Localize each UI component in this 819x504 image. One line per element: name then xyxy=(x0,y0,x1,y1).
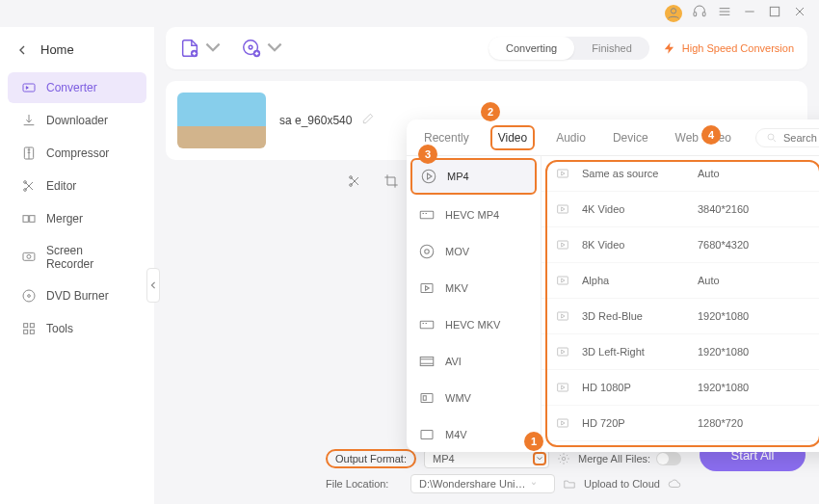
badge-4: 4 xyxy=(701,125,721,145)
edit-name-icon[interactable] xyxy=(361,112,375,129)
add-dvd-button[interactable] xyxy=(241,38,285,59)
format-search[interactable] xyxy=(755,128,819,147)
svg-rect-45 xyxy=(558,312,568,320)
sidebar-item-screen-recorder[interactable]: Screen Recorder xyxy=(8,236,146,279)
file-name: sa e_960x540 xyxy=(279,114,352,127)
svg-point-26 xyxy=(249,45,252,49)
resolution-item[interactable]: AlphaAuto xyxy=(542,263,819,299)
svg-rect-37 xyxy=(420,358,434,366)
search-input[interactable] xyxy=(783,132,819,144)
resolution-item[interactable]: HD 1080P1920*1080 xyxy=(542,370,819,406)
seg-finished[interactable]: Finished xyxy=(574,37,649,60)
svg-point-17 xyxy=(27,254,31,258)
resolution-item[interactable]: HD 720P1280*720 xyxy=(542,406,819,441)
svg-rect-47 xyxy=(558,384,568,391)
tab-audio[interactable]: Audio xyxy=(550,127,592,148)
svg-point-49 xyxy=(562,457,566,461)
svg-rect-23 xyxy=(30,330,34,333)
sidebar-item-editor[interactable]: Editor xyxy=(8,171,146,201)
sidebar-collapse-handle[interactable] xyxy=(146,268,160,303)
svg-rect-48 xyxy=(558,419,568,427)
svg-rect-21 xyxy=(30,324,34,328)
svg-rect-36 xyxy=(420,321,434,329)
svg-rect-2 xyxy=(702,13,705,16)
format-dropdown: Recently Video Audio Device Web Video MP… xyxy=(407,119,819,452)
svg-point-0 xyxy=(671,9,675,13)
merge-toggle[interactable] xyxy=(656,452,681,465)
resolution-item[interactable]: Same as sourceAuto xyxy=(542,156,819,192)
output-format-label: Output Format: xyxy=(326,449,416,468)
svg-rect-32 xyxy=(420,211,434,219)
avatar[interactable] xyxy=(665,5,682,22)
svg-point-30 xyxy=(768,134,774,140)
toolbar: Converting Finished High Speed Conversio… xyxy=(166,27,807,69)
svg-rect-15 xyxy=(30,216,35,223)
badge-1: 1 xyxy=(524,432,543,451)
tab-video[interactable]: Video xyxy=(490,125,535,150)
close-icon[interactable] xyxy=(792,4,807,23)
folder-icon[interactable] xyxy=(563,477,576,491)
svg-point-33 xyxy=(420,245,434,258)
crop-icon[interactable] xyxy=(383,173,399,193)
sidebar-item-converter[interactable]: Converter xyxy=(8,72,146,103)
svg-rect-14 xyxy=(23,216,28,223)
merge-label: Merge All Files: xyxy=(578,453,650,464)
svg-rect-20 xyxy=(24,324,28,328)
svg-rect-39 xyxy=(423,396,426,401)
minimize-icon[interactable] xyxy=(742,4,757,23)
svg-rect-43 xyxy=(558,241,568,249)
svg-point-34 xyxy=(425,250,430,254)
thumbnail[interactable] xyxy=(177,93,266,148)
home-label: Home xyxy=(40,42,74,57)
file-location-label: File Location: xyxy=(326,478,403,490)
resolution-item[interactable]: 8K Video7680*4320 xyxy=(542,227,819,263)
format-m4v[interactable]: M4V xyxy=(407,416,541,452)
home-link[interactable]: Home xyxy=(0,35,154,65)
menu-icon[interactable] xyxy=(717,4,732,23)
resolution-list: Same as sourceAuto4K Video3840*21608K Vi… xyxy=(542,156,819,452)
svg-rect-41 xyxy=(558,170,568,177)
resolution-item[interactable]: 3D Left-Right1920*1080 xyxy=(542,334,819,370)
headset-icon[interactable] xyxy=(692,4,707,23)
seg-converting[interactable]: Converting xyxy=(489,37,574,60)
segment-control: Converting Finished xyxy=(489,37,649,60)
sidebar-item-tools[interactable]: Tools xyxy=(8,313,146,344)
format-hevc-mkv[interactable]: HEVC MKV xyxy=(407,306,541,343)
sidebar: Home Converter Downloader Compressor Edi… xyxy=(0,27,154,504)
format-hevc-mp4[interactable]: HEVC MP4 xyxy=(407,197,541,233)
format-avi[interactable]: AVI xyxy=(407,343,541,380)
svg-point-31 xyxy=(422,170,436,183)
format-mkv[interactable]: MKV xyxy=(407,270,541,306)
svg-rect-40 xyxy=(421,431,433,439)
resolution-item[interactable]: 4K Video3840*2160 xyxy=(542,192,819,227)
svg-point-18 xyxy=(23,290,35,302)
resolution-item[interactable]: 3D Red-Blue1920*1080 xyxy=(542,299,819,334)
maximize-icon[interactable] xyxy=(767,4,782,23)
svg-rect-46 xyxy=(558,348,568,356)
cloud-icon[interactable] xyxy=(668,477,681,491)
tab-device[interactable]: Device xyxy=(607,127,654,148)
svg-rect-35 xyxy=(421,284,433,293)
gear-icon[interactable] xyxy=(557,452,570,465)
sidebar-item-downloader[interactable]: Downloader xyxy=(8,105,146,136)
format-list: MP4 HEVC MP4 MOV MKV HEVC MKV AVI WMV M4… xyxy=(407,156,542,452)
sidebar-item-compressor[interactable]: Compressor xyxy=(8,138,146,169)
svg-point-19 xyxy=(28,295,31,298)
high-speed-conversion[interactable]: High Speed Conversion xyxy=(663,41,794,55)
file-location-select[interactable]: D:\Wondershare UniConverter 1 xyxy=(410,474,555,493)
format-mov[interactable]: MOV xyxy=(407,233,541,270)
svg-rect-1 xyxy=(694,13,697,16)
sidebar-item-dvd-burner[interactable]: DVD Burner xyxy=(8,280,146,311)
upload-label: Upload to Cloud xyxy=(584,478,660,490)
svg-rect-42 xyxy=(558,205,568,213)
chevron-down-icon[interactable] xyxy=(533,452,546,465)
sidebar-item-merger[interactable]: Merger xyxy=(8,203,146,234)
badge-2: 2 xyxy=(481,102,500,121)
svg-rect-16 xyxy=(23,252,35,260)
format-wmv[interactable]: WMV xyxy=(407,380,541,416)
svg-rect-44 xyxy=(558,277,568,284)
trim-icon[interactable] xyxy=(347,173,362,193)
add-file-button[interactable] xyxy=(179,38,224,59)
svg-rect-7 xyxy=(770,7,779,15)
output-format-select[interactable]: MP4 xyxy=(424,449,549,468)
